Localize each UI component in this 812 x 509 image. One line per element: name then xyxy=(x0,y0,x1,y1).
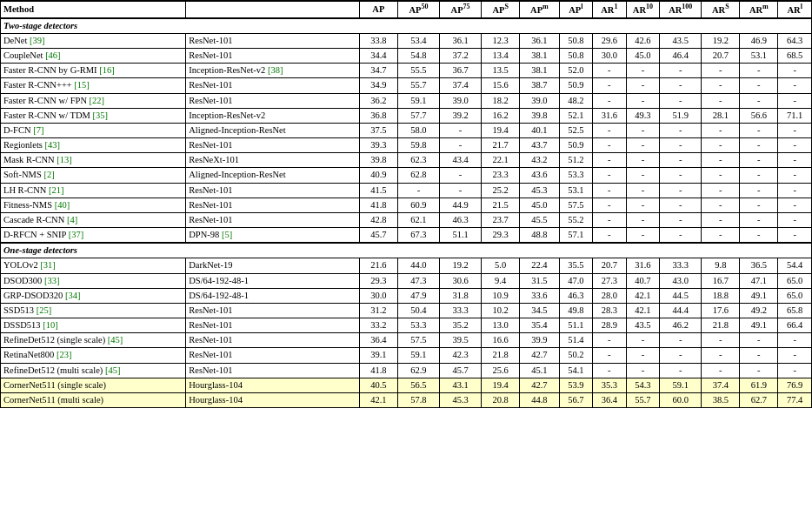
apl-cell: 35.5 xyxy=(559,258,593,273)
ap-cell: 30.0 xyxy=(359,288,397,303)
ap-cell: 41.8 xyxy=(359,198,397,212)
ap-cell: 21.6 xyxy=(359,258,397,273)
backbone-cell: ResNet-101 xyxy=(186,348,360,363)
apm-cell: 36.1 xyxy=(520,33,559,48)
col-method: Method xyxy=(1,1,186,18)
arm-cell: 49.1 xyxy=(740,288,778,303)
backbone-cell: ResNet-101 xyxy=(186,212,360,227)
ar10-cell: 55.7 xyxy=(626,392,660,407)
col-aps: APS xyxy=(482,1,520,18)
aps-cell: 29.3 xyxy=(482,228,520,244)
arl-cell: - xyxy=(778,198,812,212)
section-header: One-stage detectors xyxy=(1,243,812,258)
table-row: DeNet [39]ResNet-10133.853.436.112.336.1… xyxy=(1,33,812,48)
arl-cell: - xyxy=(778,78,812,93)
backbone-cell: ResNet-101 xyxy=(186,198,360,212)
section-header: Two-stage detectors xyxy=(1,18,812,34)
section-label: One-stage detectors xyxy=(1,243,812,258)
arm-cell: - xyxy=(740,183,778,198)
ar10-cell: 54.3 xyxy=(626,378,660,392)
aps-cell: 13.5 xyxy=(482,64,520,78)
ars-cell: 9.8 xyxy=(702,258,740,273)
table-row: DSOD300 [33]DS/64-192-48-129.347.330.69.… xyxy=(1,273,812,288)
ar1-cell: - xyxy=(593,64,627,78)
apm-cell: 43.2 xyxy=(520,153,559,168)
apm-cell: 31.5 xyxy=(520,273,559,288)
ap75-cell: - xyxy=(440,168,482,183)
method-cell: Faster R-CNN w/ TDM [35] xyxy=(1,108,186,123)
ar10-cell: 45.0 xyxy=(626,49,660,64)
aps-cell: 21.7 xyxy=(482,138,520,153)
arl-cell: 65.0 xyxy=(778,273,812,288)
ars-cell: - xyxy=(702,183,740,198)
ar1-cell: - xyxy=(593,168,627,183)
ar100-cell: - xyxy=(660,93,702,108)
ap50-cell: 62.3 xyxy=(397,153,439,168)
ars-cell: 18.8 xyxy=(702,288,740,303)
ap75-cell: 19.2 xyxy=(440,258,482,273)
ar100-cell: 44.4 xyxy=(660,303,702,318)
ar10-cell: 42.6 xyxy=(626,33,660,48)
apl-cell: 50.8 xyxy=(559,49,593,64)
arl-cell: - xyxy=(778,212,812,227)
method-cell: D-RFCN + SNIP [37] xyxy=(1,228,186,244)
apl-cell: 50.2 xyxy=(559,348,593,363)
arm-cell: - xyxy=(740,228,778,244)
arm-cell: 61.9 xyxy=(740,378,778,392)
ar10-cell: - xyxy=(626,212,660,227)
aps-cell: 12.3 xyxy=(482,33,520,48)
ap50-cell: 57.5 xyxy=(397,333,439,348)
table-row: Cascade R-CNN [4]ResNet-10142.862.146.32… xyxy=(1,212,812,227)
backbone-cell: ResNet-101 xyxy=(186,138,360,153)
apl-cell: 50.9 xyxy=(559,78,593,93)
ap-cell: 33.2 xyxy=(359,318,397,333)
ars-cell: - xyxy=(702,153,740,168)
arl-cell: - xyxy=(778,363,812,378)
ar100-cell: 60.0 xyxy=(660,392,702,407)
ap75-cell: 44.9 xyxy=(440,198,482,212)
arm-cell: - xyxy=(740,348,778,363)
arl-cell: 71.1 xyxy=(778,108,812,123)
method-cell: Faster R-CNN w/ FPN [22] xyxy=(1,93,186,108)
ap50-cell: 67.3 xyxy=(397,228,439,244)
backbone-cell: ResNet-101 xyxy=(186,78,360,93)
ap50-cell: 53.3 xyxy=(397,318,439,333)
table-row: Regionlets [43]ResNet-10139.359.8-21.743… xyxy=(1,138,812,153)
ar10-cell: - xyxy=(626,228,660,244)
ar100-cell: - xyxy=(660,212,702,227)
table-row: RefineDet512 (multi scale) [45]ResNet-10… xyxy=(1,363,812,378)
apm-cell: 39.0 xyxy=(520,93,559,108)
ar10-cell: - xyxy=(626,333,660,348)
arl-cell: - xyxy=(778,64,812,78)
apm-cell: 45.3 xyxy=(520,183,559,198)
ars-cell: - xyxy=(702,212,740,227)
apm-cell: 45.5 xyxy=(520,212,559,227)
arm-cell: 49.2 xyxy=(740,303,778,318)
ap75-cell: 43.4 xyxy=(440,153,482,168)
ap75-cell: 42.3 xyxy=(440,348,482,363)
table-row: YOLOv2 [31]DarkNet-1921.644.019.25.022.4… xyxy=(1,258,812,273)
apl-cell: 55.2 xyxy=(559,212,593,227)
ap50-cell: - xyxy=(397,183,439,198)
arl-cell: - xyxy=(778,123,812,137)
ap50-cell: 55.5 xyxy=(397,64,439,78)
ar1-cell: 35.3 xyxy=(593,378,627,392)
ap75-cell: - xyxy=(440,138,482,153)
backbone-cell: Hourglass-104 xyxy=(186,392,360,407)
ars-cell: 16.7 xyxy=(702,273,740,288)
aps-cell: 13.0 xyxy=(482,318,520,333)
ap75-cell: 39.0 xyxy=(440,93,482,108)
ar1-cell: - xyxy=(593,78,627,93)
ap75-cell: 43.1 xyxy=(440,378,482,392)
method-cell: CoupleNet [46] xyxy=(1,49,186,64)
table-row: Faster R-CNN w/ TDM [35]Inception-ResNet… xyxy=(1,108,812,123)
backbone-cell: DPN-98 [5] xyxy=(186,228,360,244)
table-row: Fitness-NMS [40]ResNet-10141.860.944.921… xyxy=(1,198,812,212)
aps-cell: 9.4 xyxy=(482,273,520,288)
arm-cell: 47.1 xyxy=(740,273,778,288)
arm-cell: - xyxy=(740,212,778,227)
aps-cell: 25.2 xyxy=(482,183,520,198)
ar1-cell: 29.6 xyxy=(593,33,627,48)
col-ap75: AP75 xyxy=(440,1,482,18)
ars-cell: - xyxy=(702,333,740,348)
